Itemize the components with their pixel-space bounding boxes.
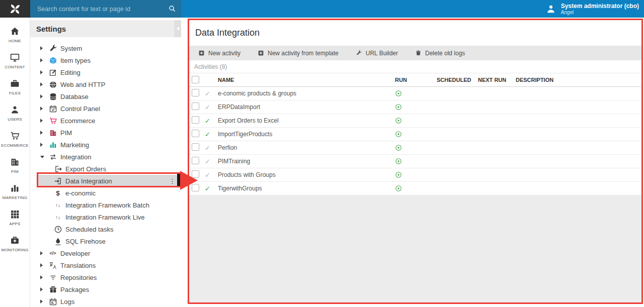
rail-item-home[interactable]: HOME (0, 22, 30, 48)
rail-item-ecommerce[interactable]: ECOMMERCE (0, 126, 30, 152)
run-button[interactable] (395, 144, 437, 151)
select-all-checkbox[interactable] (192, 76, 199, 83)
column-header-run[interactable]: RUN (395, 77, 437, 83)
run-button[interactable] (395, 104, 437, 111)
activity-name[interactable]: TigerwithGroups (218, 185, 395, 192)
row-checkbox[interactable] (192, 170, 199, 178)
kebab-menu-icon[interactable]: ⋮ (169, 178, 180, 184)
tree-item-integration-framework-live[interactable]: ↑↓ Integration Framework Live (37, 211, 180, 223)
collapse-panel-button[interactable] (174, 20, 181, 37)
new-activity-from-template-button[interactable]: New activity from template (258, 50, 339, 57)
tree-item-label: e-conomic (65, 189, 96, 197)
edit-icon (48, 68, 57, 77)
tree-item-web-and-http[interactable]: Web and HTTP (37, 78, 180, 90)
tree-item-system[interactable]: System (37, 42, 180, 54)
run-button[interactable] (395, 185, 437, 192)
caret-right-icon[interactable] (40, 143, 43, 147)
tree-item-ecommerce[interactable]: Ecommerce (37, 115, 180, 127)
tree-item-scheduled-tasks[interactable]: Scheduled tasks (37, 223, 180, 235)
tree-item-e-conomic[interactable]: $ e-conomic (37, 187, 180, 199)
new-activity-button[interactable]: New activity (198, 50, 240, 57)
activity-name[interactable]: ImportTigerProducts (218, 131, 395, 138)
tree-item-repositories[interactable]: Repositories (37, 271, 180, 283)
tree-item-marketing[interactable]: Marketing (37, 139, 180, 151)
page-title: Data Integration (189, 20, 642, 46)
row-checkbox[interactable] (192, 157, 199, 164)
building-icon (10, 157, 20, 167)
trash-icon (415, 50, 422, 56)
run-button[interactable] (395, 158, 437, 165)
caret-down-icon[interactable] (40, 156, 44, 158)
status-check-icon: ✓ (205, 90, 210, 97)
tree-item-data-integration[interactable]: Data Integration ⋮ (37, 175, 180, 187)
activity-name[interactable]: Export Orders to Excel (218, 117, 395, 124)
app-logo[interactable] (0, 0, 30, 18)
caret-right-icon[interactable] (40, 46, 43, 50)
caret-right-icon[interactable] (40, 70, 43, 74)
tree-item-label: Logs (60, 298, 74, 305)
caret-right-icon[interactable] (40, 287, 43, 291)
rail-item-pim[interactable]: PIM (0, 152, 30, 178)
tree-item-label: Integration Framework Live (65, 214, 145, 221)
row-checkbox[interactable] (192, 184, 199, 191)
url-builder-button[interactable]: URL Builder (356, 50, 398, 57)
caret-right-icon[interactable] (40, 82, 43, 86)
activity-name[interactable]: PIMTraining (218, 158, 395, 165)
user-menu[interactable]: System administrator (cbo) Angel (545, 3, 644, 15)
user-icon (545, 4, 556, 15)
row-checkbox[interactable] (192, 116, 199, 124)
caret-right-icon[interactable] (40, 299, 43, 303)
top-bar-spacer: System administrator (cbo) Angel (181, 0, 644, 18)
rail-item-monitoring[interactable]: MONITORING (0, 231, 30, 257)
caret-right-icon[interactable] (40, 275, 43, 279)
tree-item-developer[interactable]: </> Developer (37, 247, 180, 259)
column-header-scheduled[interactable]: SCHEDULED (437, 77, 478, 83)
caret-right-icon[interactable] (40, 107, 43, 111)
column-header-description[interactable]: DESCRIPTION (516, 77, 642, 83)
search-icon[interactable] (168, 5, 176, 13)
activity-name[interactable]: ERPDataImport (218, 104, 395, 111)
row-checkbox[interactable] (192, 130, 199, 137)
rail-item-content[interactable]: CONTENT (0, 48, 30, 74)
tree-item-item-types[interactable]: Item types (37, 54, 180, 66)
tree-item-integration-framework-batch[interactable]: ↑↓ Integration Framework Batch (37, 199, 180, 211)
row-checkbox[interactable] (192, 143, 199, 151)
column-header-next-run[interactable]: NEXT RUN (478, 77, 516, 83)
tree-item-control-panel[interactable]: Control Panel (37, 103, 180, 115)
run-button[interactable] (395, 117, 437, 124)
run-button[interactable] (395, 131, 437, 138)
tree-item-logs[interactable]: Logs (37, 295, 180, 307)
activity-name[interactable]: e-conomic products & groups (218, 90, 395, 97)
tree-item-label: Control Panel (60, 105, 100, 113)
tree-item-editing[interactable]: Editing (37, 66, 180, 78)
caret-right-icon[interactable] (40, 119, 43, 123)
run-button[interactable] (395, 90, 437, 97)
column-header-name[interactable]: NAME (218, 77, 395, 83)
rail-item-users[interactable]: USERS (0, 100, 30, 126)
status-check-icon: ✓ (205, 185, 210, 192)
rail-item-marketing[interactable]: MARKETING (0, 178, 30, 204)
rail-item-files[interactable]: FILES (0, 74, 30, 100)
caret-right-icon[interactable] (40, 131, 43, 135)
tree-item-translations[interactable]: A Translations (37, 259, 180, 271)
tree-item-pim[interactable]: PIM (37, 127, 180, 139)
caret-right-icon[interactable] (40, 94, 43, 98)
tree-item-integration[interactable]: Integration (37, 151, 180, 163)
activity-name[interactable]: Products with Groups (218, 171, 395, 178)
delete-old-logs-button[interactable]: Delete old logs (415, 50, 465, 57)
code-icon: </> (48, 249, 57, 258)
tree-item-packages[interactable]: Packages (37, 283, 180, 295)
tree-item-export-orders[interactable]: Export Orders (37, 163, 180, 175)
row-checkbox[interactable] (192, 89, 199, 96)
caret-right-icon[interactable] (40, 58, 43, 62)
activity-name[interactable]: Perfion (218, 144, 395, 151)
caret-right-icon[interactable] (40, 251, 43, 255)
tree-item-database[interactable]: Database (37, 90, 180, 103)
caret-right-icon[interactable] (40, 263, 43, 267)
run-button[interactable] (395, 171, 437, 178)
rail-item-apps[interactable]: APPS (0, 204, 30, 231)
search-input[interactable] (37, 6, 166, 13)
tree-item-sql-firehose[interactable]: SQL Firehose (37, 235, 180, 247)
row-checkbox[interactable] (192, 103, 199, 110)
plussquare-icon (258, 50, 264, 56)
